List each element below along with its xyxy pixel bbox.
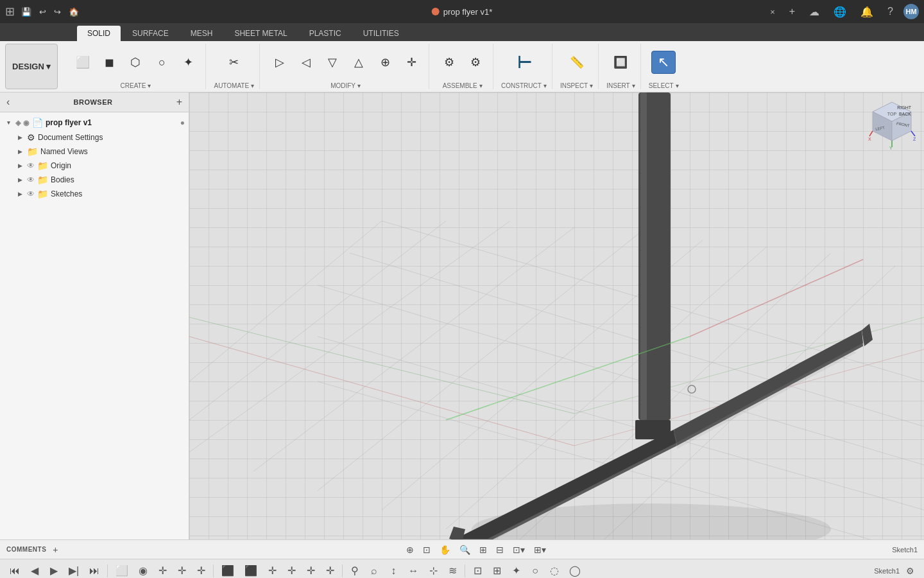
sketch-tool-17[interactable]: ≋	[443, 563, 461, 579]
create-more-button[interactable]: ✦	[176, 51, 200, 74]
root-arrow[interactable]: ▾	[4, 118, 13, 127]
help-button[interactable]: ?	[884, 4, 897, 19]
redo-button[interactable]: ↪	[50, 4, 65, 19]
cloud-button[interactable]: ☁	[805, 4, 823, 19]
sketch-tool-23[interactable]: ◯	[565, 563, 585, 579]
sketch-tool-2[interactable]: ◉	[134, 563, 152, 579]
sketch-nav-start[interactable]: ⏮	[5, 563, 24, 579]
sketches-vis-icon[interactable]: 👁	[27, 189, 35, 198]
tree-item-document-settings[interactable]: ▶ ⚙ Document Settings	[0, 130, 189, 144]
tab-surface[interactable]: SURFACE	[122, 26, 179, 41]
browser-add-icon[interactable]: +	[176, 96, 182, 108]
sketch-tool-21[interactable]: ○	[526, 563, 544, 579]
sketch-tool-13[interactable]: ⌕	[365, 563, 383, 579]
assemble-label[interactable]: ASSEMBLE▾	[443, 82, 483, 89]
design-dropdown[interactable]: DESIGN ▾	[5, 44, 58, 89]
zoom-fit-button[interactable]: ⊞	[477, 543, 490, 556]
view-menu-button[interactable]: ⊟	[493, 543, 506, 556]
press-pull-button[interactable]: ▷	[268, 51, 292, 74]
sketch-tool-7[interactable]: ⬛	[240, 563, 262, 579]
tree-root[interactable]: ▾ ◈ ◉ 📄 prop flyer v1 ●	[0, 115, 189, 130]
tab-utilities[interactable]: UTILITIES	[353, 26, 409, 41]
orbit-button[interactable]: ✋	[437, 543, 453, 556]
sketch-nav-next-frame[interactable]: ▶|	[64, 563, 83, 579]
sketches-arrow[interactable]: ▶	[15, 189, 24, 198]
browser-button[interactable]: 🌐	[830, 4, 850, 19]
root-vis-1[interactable]: ◈	[15, 119, 21, 127]
tree-item-named-views[interactable]: ▶ 📁 Named Views	[0, 144, 189, 159]
sketch-tool-8[interactable]: ✛	[263, 563, 281, 579]
chamfer-button[interactable]: ▽	[320, 51, 345, 74]
close-tab-button[interactable]: ×	[766, 6, 779, 18]
zoom-button[interactable]: 🔍	[457, 543, 473, 556]
sketch-tool-6[interactable]: ⬛	[217, 563, 239, 579]
sketch-tool-16[interactable]: ⊹	[424, 563, 442, 579]
sketch-tool-3[interactable]: ✛	[153, 563, 171, 579]
automate-button[interactable]: ✂	[222, 51, 246, 74]
modify-label[interactable]: MODIFY▾	[330, 82, 361, 89]
sketch-tool-18[interactable]: ⊡	[468, 563, 486, 579]
sketch-tool-15[interactable]: ↔	[404, 563, 423, 579]
undo-button[interactable]: ↩	[35, 4, 50, 19]
doc-settings-arrow[interactable]: ▶	[15, 133, 24, 142]
sketch-nav-end[interactable]: ⏭	[85, 563, 104, 579]
insert-label[interactable]: INSERT▾	[606, 82, 635, 89]
new-tab-button[interactable]: +	[785, 4, 799, 19]
tab-mesh[interactable]: MESH	[180, 26, 223, 41]
sketch-settings-gear[interactable]: ⚙	[901, 563, 919, 579]
viewport[interactable]: TOP LEFT FRONT X Y Z RIGHT BACK	[189, 92, 924, 539]
tab-sheet-metal[interactable]: SHEET METAL	[224, 26, 297, 41]
insert-button[interactable]: 🔲	[608, 51, 633, 74]
root-settings-icon[interactable]: ●	[180, 118, 185, 127]
fillet-button[interactable]: ◁	[294, 51, 318, 74]
create-sphere-button[interactable]: ⬡	[123, 51, 148, 74]
tree-item-origin[interactable]: ▶ 👁 📁 Origin	[0, 159, 189, 173]
origin-arrow[interactable]: ▶	[15, 161, 24, 170]
sketch-tool-5[interactable]: ✛	[192, 563, 210, 579]
combine-button[interactable]: ⊕	[373, 51, 397, 74]
sketch-tool-14[interactable]: ↕	[384, 563, 402, 579]
browser-collapse-icon[interactable]: ‹	[6, 96, 10, 108]
as-built-button[interactable]: ⚙	[463, 51, 488, 74]
tree-item-bodies[interactable]: ▶ 👁 📁 Bodies	[0, 173, 189, 187]
grid-settings-button[interactable]: ⊞▾	[531, 543, 549, 556]
sketch-tool-11[interactable]: ✛	[321, 563, 339, 579]
viewcube-svg[interactable]: TOP LEFT FRONT X Y Z RIGHT BACK	[866, 99, 918, 150]
create-cylinder-button[interactable]: ◼	[97, 51, 121, 74]
apps-icon[interactable]: ⊞	[5, 4, 15, 19]
sketch-nav-prev[interactable]: ◀	[26, 563, 44, 579]
user-avatar[interactable]: HM	[903, 4, 919, 19]
construct-button[interactable]: ⊢	[512, 51, 536, 74]
create-torus-button[interactable]: ○	[150, 51, 174, 74]
viewcube[interactable]: TOP LEFT FRONT X Y Z RIGHT BACK	[866, 99, 918, 150]
automate-label[interactable]: AUTOMATE▾	[214, 82, 254, 89]
named-views-arrow[interactable]: ▶	[15, 147, 24, 156]
sketch-tool-12[interactable]: ⚲	[346, 563, 364, 579]
tree-item-sketches[interactable]: ▶ 👁 📁 Sketches	[0, 187, 189, 201]
display-settings-button[interactable]: ⊡▾	[510, 543, 527, 556]
notification-button[interactable]: 🔔	[857, 4, 877, 19]
sketch-tool-10[interactable]: ✛	[302, 563, 320, 579]
grid-display-button[interactable]: ⊡	[420, 543, 433, 556]
tab-solid[interactable]: SOLID	[77, 26, 121, 41]
create-label[interactable]: CREATE▾	[121, 82, 151, 89]
home-button[interactable]: 🏠	[65, 4, 83, 19]
snap-button[interactable]: ⊕	[404, 543, 416, 556]
sketch-nav-play[interactable]: ▶	[45, 563, 63, 579]
construct-label[interactable]: CONSTRUCT▾	[501, 82, 547, 89]
create-box-button[interactable]: ⬜	[71, 51, 95, 74]
origin-vis-icon[interactable]: 👁	[27, 161, 35, 170]
move-button[interactable]: ✛	[399, 51, 424, 74]
sketch-tool-20[interactable]: ✦	[507, 563, 525, 579]
sketch-tool-19[interactable]: ⊞	[488, 563, 506, 579]
bodies-arrow[interactable]: ▶	[15, 175, 24, 184]
bodies-vis-icon[interactable]: 👁	[27, 175, 35, 184]
shell-button[interactable]: △	[346, 51, 371, 74]
sketch-tool-4[interactable]: ✛	[173, 563, 191, 579]
sketch-tool-1[interactable]: ⬜	[111, 563, 133, 579]
inspect-button[interactable]: 📏	[565, 51, 589, 74]
sketch-tool-9[interactable]: ✛	[282, 563, 300, 579]
sketch-tool-22[interactable]: ◌	[545, 563, 563, 579]
save-button[interactable]: 💾	[17, 4, 35, 19]
select-button[interactable]: ↖	[651, 51, 676, 74]
